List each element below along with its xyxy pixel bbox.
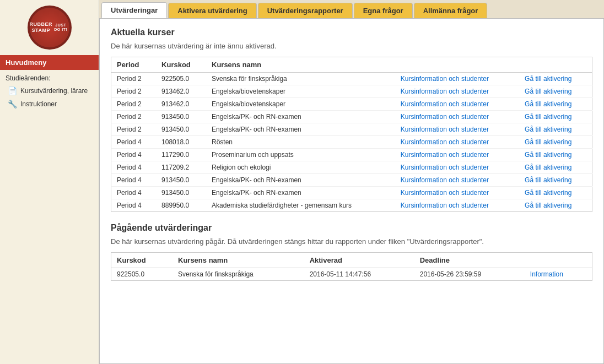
kursinformation-link[interactable]: Kursinformation och studenter bbox=[401, 164, 489, 171]
cell-link2[interactable]: Gå till aktivering bbox=[519, 149, 592, 161]
table-row: Period 2 913450.0 Engelska/PK- och RN-ex… bbox=[111, 111, 592, 123]
cell-link1[interactable]: Kursinformation och studenter bbox=[395, 73, 519, 85]
cell-link1[interactable]: Kursinformation och studenter bbox=[395, 161, 519, 174]
cell-period: Period 2 bbox=[111, 123, 157, 136]
cell-period: Period 2 bbox=[111, 85, 157, 98]
aktivering-link[interactable]: Gå till aktivering bbox=[525, 189, 571, 197]
col-period: Period bbox=[111, 57, 157, 73]
table-row: Period 4 889950.0 Akademiska studiefärdi… bbox=[111, 199, 592, 212]
kursinformation-link[interactable]: Kursinformation och studenter bbox=[401, 202, 489, 209]
sidebar-item-instruktioner[interactable]: 🔧 Instruktioner bbox=[0, 97, 99, 111]
col2-kursnamn: Kursens namn bbox=[172, 253, 304, 268]
kursinformation-link[interactable]: Kursinformation och studenter bbox=[401, 126, 489, 133]
cell-link1[interactable]: Kursinformation och studenter bbox=[395, 174, 519, 187]
pagaende-table: Kurskod Kursens namn Aktiverad Deadline … bbox=[111, 252, 592, 281]
cell2-aktiverad: 2016-05-11 14:47:56 bbox=[304, 268, 414, 281]
main-area: Utvärderingar Aktivera utvärdering Utvär… bbox=[99, 0, 604, 364]
content-area: Aktuella kurser De här kursernas utvärde… bbox=[99, 18, 604, 364]
section2-heading: Pågående utvärderingar bbox=[111, 223, 592, 233]
cell-kursnamn: Engelska/PK- och RN-examen bbox=[206, 187, 395, 199]
table-row: Period 4 913450.0 Engelska/PK- och RN-ex… bbox=[111, 187, 592, 199]
kursinformation-link[interactable]: Kursinformation och studenter bbox=[401, 113, 489, 121]
cell-period: Period 2 bbox=[111, 73, 157, 85]
aktivering-link[interactable]: Gå till aktivering bbox=[525, 100, 571, 108]
cell-link1[interactable]: Kursinformation och studenter bbox=[395, 199, 519, 212]
aktivering-link[interactable]: Gå till aktivering bbox=[525, 113, 571, 121]
aktivering-link[interactable]: Gå till aktivering bbox=[525, 126, 571, 133]
kursinformation-link[interactable]: Kursinformation och studenter bbox=[401, 75, 489, 83]
cell-link2[interactable]: Gå till aktivering bbox=[519, 123, 592, 136]
kursinformation-link[interactable]: Kursinformation och studenter bbox=[401, 138, 489, 146]
cell-kurskod: 117209.2 bbox=[156, 161, 206, 174]
section1-heading: Aktuella kurser bbox=[111, 28, 592, 37]
aktivering-link[interactable]: Gå till aktivering bbox=[525, 88, 571, 95]
cell-link1[interactable]: Kursinformation och studenter bbox=[395, 123, 519, 136]
cell-link2[interactable]: Gå till aktivering bbox=[519, 98, 592, 111]
cell-link2[interactable]: Gå till aktivering bbox=[519, 111, 592, 123]
col-link2 bbox=[519, 57, 592, 73]
cell-link2[interactable]: Gå till aktivering bbox=[519, 73, 592, 85]
cell-link2[interactable]: Gå till aktivering bbox=[519, 187, 592, 199]
aktivering-link[interactable]: Gå till aktivering bbox=[525, 138, 571, 146]
kursinformation-link[interactable]: Kursinformation och studenter bbox=[401, 189, 489, 197]
sidebar-item-kursutvardering[interactable]: 📄 Kursutvärdering, lärare bbox=[0, 84, 99, 97]
kursinformation-link[interactable]: Kursinformation och studenter bbox=[401, 176, 489, 184]
sidebar-item-instruktioner-label: Instruktioner bbox=[20, 100, 57, 108]
table-row: Period 2 913462.0 Engelska/biovetenskape… bbox=[111, 98, 592, 111]
cell-kursnamn: Svenska för finskspråkiga bbox=[206, 73, 395, 85]
logo: RUBBERSTAMPJUST DO IT! bbox=[28, 6, 72, 50]
cell-kurskod: 108018.0 bbox=[156, 136, 206, 149]
col2-kurskod: Kurskod bbox=[111, 253, 173, 268]
cell-link1[interactable]: Kursinformation och studenter bbox=[395, 98, 519, 111]
cell-kursnamn: Engelska/PK- och RN-examen bbox=[206, 123, 395, 136]
cell-kursnamn: Engelska/biovetenskaper bbox=[206, 85, 395, 98]
tab-aktivera[interactable]: Aktivera utvärdering bbox=[168, 3, 256, 18]
tab-allmanna-fragor[interactable]: Allmänna frågor bbox=[414, 3, 488, 18]
cell-link2[interactable]: Gå till aktivering bbox=[519, 85, 592, 98]
table-row: Period 4 913450.0 Engelska/PK- och RN-ex… bbox=[111, 174, 592, 187]
aktivering-link[interactable]: Gå till aktivering bbox=[525, 164, 571, 171]
cell-link1[interactable]: Kursinformation och studenter bbox=[395, 187, 519, 199]
cell-link1[interactable]: Kursinformation och studenter bbox=[395, 111, 519, 123]
cell-period: Period 4 bbox=[111, 187, 157, 199]
cell-link1[interactable]: Kursinformation och studenter bbox=[395, 85, 519, 98]
aktivering-link[interactable]: Gå till aktivering bbox=[525, 151, 571, 159]
table-row: Period 2 913450.0 Engelska/PK- och RN-ex… bbox=[111, 123, 592, 136]
aktivering-link[interactable]: Gå till aktivering bbox=[525, 176, 571, 184]
table-row: Period 2 913462.0 Engelska/biovetenskape… bbox=[111, 85, 592, 98]
cell-kursnamn: Proseminarium och uppsats bbox=[206, 149, 395, 161]
information-link[interactable]: Information bbox=[530, 270, 563, 278]
cell-link2[interactable]: Gå till aktivering bbox=[519, 174, 592, 187]
aktivering-link[interactable]: Gå till aktivering bbox=[525, 75, 571, 83]
tab-utvarderingar[interactable]: Utvärderingar bbox=[101, 2, 167, 18]
cell-link1[interactable]: Kursinformation och studenter bbox=[395, 149, 519, 161]
cell2-info-link[interactable]: Information bbox=[525, 268, 592, 281]
cell-period: Period 2 bbox=[111, 98, 157, 111]
tabs: Utvärderingar Aktivera utvärdering Utvär… bbox=[99, 0, 604, 18]
table-row: 922505.0 Svenska för finskspråkiga 2016-… bbox=[111, 268, 592, 281]
logo-area: RUBBERSTAMPJUST DO IT! bbox=[0, 0, 99, 55]
kursinformation-link[interactable]: Kursinformation och studenter bbox=[401, 88, 489, 95]
cell-kursnamn: Engelska/PK- och RN-examen bbox=[206, 111, 395, 123]
kursinformation-link[interactable]: Kursinformation och studenter bbox=[401, 100, 489, 108]
aktivering-link[interactable]: Gå till aktivering bbox=[525, 202, 571, 209]
cell-kurskod: 913462.0 bbox=[156, 85, 206, 98]
cell-link1[interactable]: Kursinformation och studenter bbox=[395, 136, 519, 149]
sidebar: RUBBERSTAMPJUST DO IT! Huvudmeny Studieä… bbox=[0, 0, 99, 364]
cell-period: Period 2 bbox=[111, 111, 157, 123]
cell-kurskod: 913450.0 bbox=[156, 187, 206, 199]
section1-desc: De här kursernas utvärdering är inte änn… bbox=[111, 42, 592, 50]
sidebar-item-kursutvardering-label: Kursutvärdering, lärare bbox=[20, 87, 88, 95]
cell-link2[interactable]: Gå till aktivering bbox=[519, 161, 592, 174]
cell-kursnamn: Religion och ekologi bbox=[206, 161, 395, 174]
col-kurskod: Kurskod bbox=[156, 57, 206, 73]
table-row: Period 4 108018.0 Rösten Kursinformation… bbox=[111, 136, 592, 149]
kursinformation-link[interactable]: Kursinformation och studenter bbox=[401, 151, 489, 159]
cell-kurskod: 913450.0 bbox=[156, 111, 206, 123]
tab-rapporter[interactable]: Utvärderingsrapporter bbox=[258, 3, 353, 18]
section2-desc: De här kursernas utvärdering pågår. Då u… bbox=[111, 237, 592, 246]
cell-link2[interactable]: Gå till aktivering bbox=[519, 199, 592, 212]
cell-link2[interactable]: Gå till aktivering bbox=[519, 136, 592, 149]
tab-egna-fragor[interactable]: Egna frågor bbox=[354, 3, 413, 18]
cell-kursnamn: Akademiska studiefärdigheter - gemensam … bbox=[206, 199, 395, 212]
